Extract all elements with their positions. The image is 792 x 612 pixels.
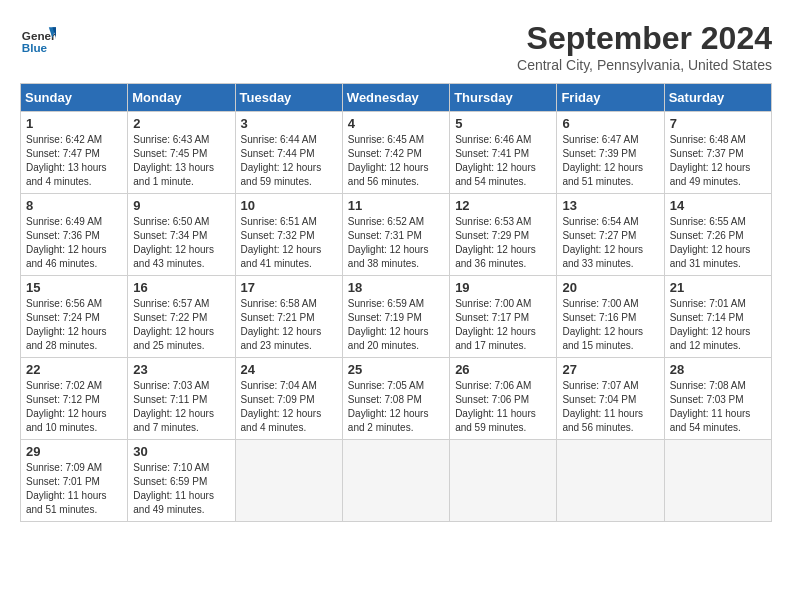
- day-number: 18: [348, 280, 444, 295]
- calendar-cell: 1Sunrise: 6:42 AMSunset: 7:47 PMDaylight…: [21, 112, 128, 194]
- calendar-cell: 19Sunrise: 7:00 AMSunset: 7:17 PMDayligh…: [450, 276, 557, 358]
- col-header-thursday: Thursday: [450, 84, 557, 112]
- calendar-cell: 14Sunrise: 6:55 AMSunset: 7:26 PMDayligh…: [664, 194, 771, 276]
- day-info: Sunrise: 6:42 AMSunset: 7:47 PMDaylight:…: [26, 133, 122, 189]
- calendar-header-row: SundayMondayTuesdayWednesdayThursdayFrid…: [21, 84, 772, 112]
- day-info: Sunrise: 6:47 AMSunset: 7:39 PMDaylight:…: [562, 133, 658, 189]
- day-info: Sunrise: 7:10 AMSunset: 6:59 PMDaylight:…: [133, 461, 229, 517]
- day-number: 16: [133, 280, 229, 295]
- calendar-cell: 7Sunrise: 6:48 AMSunset: 7:37 PMDaylight…: [664, 112, 771, 194]
- day-info: Sunrise: 6:53 AMSunset: 7:29 PMDaylight:…: [455, 215, 551, 271]
- day-number: 21: [670, 280, 766, 295]
- col-header-monday: Monday: [128, 84, 235, 112]
- day-number: 12: [455, 198, 551, 213]
- location-title: Central City, Pennsylvania, United State…: [517, 57, 772, 73]
- day-info: Sunrise: 6:43 AMSunset: 7:45 PMDaylight:…: [133, 133, 229, 189]
- day-info: Sunrise: 6:51 AMSunset: 7:32 PMDaylight:…: [241, 215, 337, 271]
- day-info: Sunrise: 7:00 AMSunset: 7:16 PMDaylight:…: [562, 297, 658, 353]
- calendar-cell: 4Sunrise: 6:45 AMSunset: 7:42 PMDaylight…: [342, 112, 449, 194]
- day-info: Sunrise: 7:05 AMSunset: 7:08 PMDaylight:…: [348, 379, 444, 435]
- calendar-week-row: 8Sunrise: 6:49 AMSunset: 7:36 PMDaylight…: [21, 194, 772, 276]
- day-number: 10: [241, 198, 337, 213]
- day-number: 17: [241, 280, 337, 295]
- calendar-cell: 20Sunrise: 7:00 AMSunset: 7:16 PMDayligh…: [557, 276, 664, 358]
- calendar-cell: 17Sunrise: 6:58 AMSunset: 7:21 PMDayligh…: [235, 276, 342, 358]
- calendar-cell: 28Sunrise: 7:08 AMSunset: 7:03 PMDayligh…: [664, 358, 771, 440]
- day-number: 25: [348, 362, 444, 377]
- day-info: Sunrise: 6:54 AMSunset: 7:27 PMDaylight:…: [562, 215, 658, 271]
- day-info: Sunrise: 7:07 AMSunset: 7:04 PMDaylight:…: [562, 379, 658, 435]
- day-number: 3: [241, 116, 337, 131]
- calendar-cell: 29Sunrise: 7:09 AMSunset: 7:01 PMDayligh…: [21, 440, 128, 522]
- day-info: Sunrise: 6:56 AMSunset: 7:24 PMDaylight:…: [26, 297, 122, 353]
- col-header-saturday: Saturday: [664, 84, 771, 112]
- day-number: 2: [133, 116, 229, 131]
- day-number: 24: [241, 362, 337, 377]
- calendar-table: SundayMondayTuesdayWednesdayThursdayFrid…: [20, 83, 772, 522]
- calendar-cell: 2Sunrise: 6:43 AMSunset: 7:45 PMDaylight…: [128, 112, 235, 194]
- col-header-wednesday: Wednesday: [342, 84, 449, 112]
- day-info: Sunrise: 6:52 AMSunset: 7:31 PMDaylight:…: [348, 215, 444, 271]
- day-number: 9: [133, 198, 229, 213]
- col-header-tuesday: Tuesday: [235, 84, 342, 112]
- day-number: 26: [455, 362, 551, 377]
- day-number: 14: [670, 198, 766, 213]
- day-info: Sunrise: 7:04 AMSunset: 7:09 PMDaylight:…: [241, 379, 337, 435]
- day-info: Sunrise: 6:58 AMSunset: 7:21 PMDaylight:…: [241, 297, 337, 353]
- page-header: General Blue September 2024 Central City…: [20, 20, 772, 73]
- calendar-cell: [664, 440, 771, 522]
- day-number: 7: [670, 116, 766, 131]
- calendar-week-row: 1Sunrise: 6:42 AMSunset: 7:47 PMDaylight…: [21, 112, 772, 194]
- day-info: Sunrise: 7:09 AMSunset: 7:01 PMDaylight:…: [26, 461, 122, 517]
- logo-icon: General Blue: [20, 20, 56, 56]
- calendar-week-row: 15Sunrise: 6:56 AMSunset: 7:24 PMDayligh…: [21, 276, 772, 358]
- day-info: Sunrise: 6:55 AMSunset: 7:26 PMDaylight:…: [670, 215, 766, 271]
- calendar-cell: 10Sunrise: 6:51 AMSunset: 7:32 PMDayligh…: [235, 194, 342, 276]
- calendar-cell: 15Sunrise: 6:56 AMSunset: 7:24 PMDayligh…: [21, 276, 128, 358]
- day-number: 19: [455, 280, 551, 295]
- day-number: 20: [562, 280, 658, 295]
- calendar-cell: 26Sunrise: 7:06 AMSunset: 7:06 PMDayligh…: [450, 358, 557, 440]
- day-number: 8: [26, 198, 122, 213]
- calendar-cell: 30Sunrise: 7:10 AMSunset: 6:59 PMDayligh…: [128, 440, 235, 522]
- day-info: Sunrise: 6:46 AMSunset: 7:41 PMDaylight:…: [455, 133, 551, 189]
- day-info: Sunrise: 7:00 AMSunset: 7:17 PMDaylight:…: [455, 297, 551, 353]
- day-info: Sunrise: 6:59 AMSunset: 7:19 PMDaylight:…: [348, 297, 444, 353]
- day-number: 1: [26, 116, 122, 131]
- day-number: 30: [133, 444, 229, 459]
- calendar-cell: 23Sunrise: 7:03 AMSunset: 7:11 PMDayligh…: [128, 358, 235, 440]
- day-info: Sunrise: 6:45 AMSunset: 7:42 PMDaylight:…: [348, 133, 444, 189]
- calendar-cell: [557, 440, 664, 522]
- day-number: 13: [562, 198, 658, 213]
- calendar-cell: 12Sunrise: 6:53 AMSunset: 7:29 PMDayligh…: [450, 194, 557, 276]
- calendar-cell: 16Sunrise: 6:57 AMSunset: 7:22 PMDayligh…: [128, 276, 235, 358]
- day-number: 27: [562, 362, 658, 377]
- day-info: Sunrise: 6:44 AMSunset: 7:44 PMDaylight:…: [241, 133, 337, 189]
- calendar-cell: [450, 440, 557, 522]
- col-header-friday: Friday: [557, 84, 664, 112]
- calendar-cell: 21Sunrise: 7:01 AMSunset: 7:14 PMDayligh…: [664, 276, 771, 358]
- col-header-sunday: Sunday: [21, 84, 128, 112]
- logo: General Blue: [20, 20, 56, 56]
- day-info: Sunrise: 6:49 AMSunset: 7:36 PMDaylight:…: [26, 215, 122, 271]
- title-area: September 2024 Central City, Pennsylvani…: [517, 20, 772, 73]
- day-info: Sunrise: 7:02 AMSunset: 7:12 PMDaylight:…: [26, 379, 122, 435]
- day-number: 28: [670, 362, 766, 377]
- calendar-week-row: 29Sunrise: 7:09 AMSunset: 7:01 PMDayligh…: [21, 440, 772, 522]
- calendar-cell: 27Sunrise: 7:07 AMSunset: 7:04 PMDayligh…: [557, 358, 664, 440]
- calendar-cell: 6Sunrise: 6:47 AMSunset: 7:39 PMDaylight…: [557, 112, 664, 194]
- calendar-cell: 25Sunrise: 7:05 AMSunset: 7:08 PMDayligh…: [342, 358, 449, 440]
- day-info: Sunrise: 7:08 AMSunset: 7:03 PMDaylight:…: [670, 379, 766, 435]
- calendar-cell: 5Sunrise: 6:46 AMSunset: 7:41 PMDaylight…: [450, 112, 557, 194]
- calendar-cell: [342, 440, 449, 522]
- day-number: 11: [348, 198, 444, 213]
- calendar-cell: 22Sunrise: 7:02 AMSunset: 7:12 PMDayligh…: [21, 358, 128, 440]
- day-info: Sunrise: 7:03 AMSunset: 7:11 PMDaylight:…: [133, 379, 229, 435]
- calendar-cell: 3Sunrise: 6:44 AMSunset: 7:44 PMDaylight…: [235, 112, 342, 194]
- day-number: 23: [133, 362, 229, 377]
- calendar-cell: 13Sunrise: 6:54 AMSunset: 7:27 PMDayligh…: [557, 194, 664, 276]
- day-info: Sunrise: 6:57 AMSunset: 7:22 PMDaylight:…: [133, 297, 229, 353]
- calendar-cell: 11Sunrise: 6:52 AMSunset: 7:31 PMDayligh…: [342, 194, 449, 276]
- calendar-cell: [235, 440, 342, 522]
- calendar-cell: 8Sunrise: 6:49 AMSunset: 7:36 PMDaylight…: [21, 194, 128, 276]
